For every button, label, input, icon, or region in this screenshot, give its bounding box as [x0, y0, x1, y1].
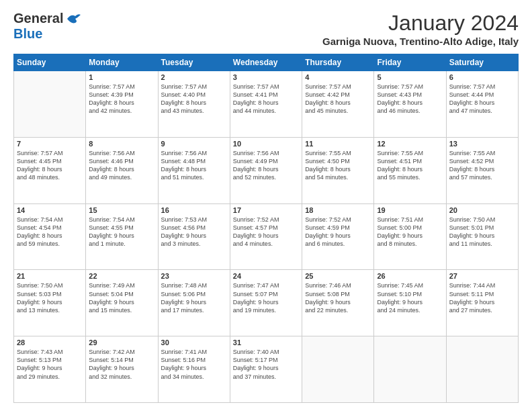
- calendar-cell: 5Sunrise: 7:57 AMSunset: 4:43 PMDaylight…: [374, 71, 446, 138]
- calendar-cell: 14Sunrise: 7:54 AMSunset: 4:54 PMDayligh…: [14, 203, 86, 270]
- calendar-cell: 11Sunrise: 7:55 AMSunset: 4:50 PMDayligh…: [302, 137, 374, 203]
- calendar-cell: 16Sunrise: 7:53 AMSunset: 4:56 PMDayligh…: [158, 203, 230, 270]
- day-info: Sunrise: 7:57 AMSunset: 4:39 PMDaylight:…: [89, 83, 154, 116]
- calendar-week-row: 1Sunrise: 7:57 AMSunset: 4:39 PMDaylight…: [14, 71, 519, 138]
- calendar-cell: 1Sunrise: 7:57 AMSunset: 4:39 PMDaylight…: [86, 71, 158, 138]
- day-number: 19: [377, 206, 443, 214]
- title-block: January 2024 Garniga Nuova, Trentino-Alt…: [322, 11, 519, 47]
- day-info: Sunrise: 7:57 AMSunset: 4:40 PMDaylight:…: [161, 83, 227, 116]
- calendar-week-row: 21Sunrise: 7:50 AMSunset: 5:03 PMDayligh…: [14, 270, 519, 336]
- calendar-weekday-header: Wednesday: [230, 54, 302, 71]
- calendar-week-row: 7Sunrise: 7:57 AMSunset: 4:45 PMDaylight…: [14, 137, 519, 203]
- day-info: Sunrise: 7:47 AMSunset: 5:07 PMDaylight:…: [233, 281, 299, 314]
- logo: General Blue: [13, 11, 81, 42]
- day-info: Sunrise: 7:55 AMSunset: 4:50 PMDaylight:…: [305, 149, 371, 182]
- calendar-weekday-header: Friday: [374, 54, 446, 71]
- calendar-cell: 25Sunrise: 7:46 AMSunset: 5:08 PMDayligh…: [302, 270, 374, 336]
- day-number: 25: [305, 272, 371, 280]
- day-number: 12: [377, 140, 443, 148]
- day-number: 20: [449, 206, 515, 214]
- day-info: Sunrise: 7:56 AMSunset: 4:46 PMDaylight:…: [89, 149, 154, 182]
- day-info: Sunrise: 7:52 AMSunset: 4:57 PMDaylight:…: [233, 216, 299, 248]
- day-number: 31: [233, 338, 299, 347]
- logo-blue-text: Blue: [13, 26, 42, 41]
- calendar-cell: 28Sunrise: 7:43 AMSunset: 5:13 PMDayligh…: [14, 336, 86, 403]
- calendar-cell: 4Sunrise: 7:57 AMSunset: 4:42 PMDaylight…: [302, 71, 374, 138]
- calendar-cell: 29Sunrise: 7:42 AMSunset: 5:14 PMDayligh…: [86, 336, 158, 403]
- calendar-cell: 10Sunrise: 7:56 AMSunset: 4:49 PMDayligh…: [230, 137, 302, 203]
- calendar-weekday-header: Saturday: [446, 54, 518, 71]
- day-number: 1: [89, 73, 154, 81]
- day-info: Sunrise: 7:51 AMSunset: 5:00 PMDaylight:…: [377, 216, 443, 248]
- calendar-header-row: SundayMondayTuesdayWednesdayThursdayFrid…: [14, 54, 519, 71]
- day-number: 4: [305, 73, 371, 81]
- day-info: Sunrise: 7:41 AMSunset: 5:16 PMDaylight:…: [161, 348, 227, 381]
- calendar-cell: 24Sunrise: 7:47 AMSunset: 5:07 PMDayligh…: [230, 270, 302, 336]
- day-number: 15: [89, 206, 154, 214]
- day-number: 21: [17, 272, 83, 280]
- calendar-cell: 23Sunrise: 7:48 AMSunset: 5:06 PMDayligh…: [158, 270, 230, 336]
- calendar-cell: 2Sunrise: 7:57 AMSunset: 4:40 PMDaylight…: [158, 71, 230, 138]
- calendar-cell: [302, 336, 374, 403]
- day-info: Sunrise: 7:56 AMSunset: 4:49 PMDaylight:…: [233, 149, 299, 182]
- day-info: Sunrise: 7:53 AMSunset: 4:56 PMDaylight:…: [161, 216, 227, 248]
- calendar-cell: 7Sunrise: 7:57 AMSunset: 4:45 PMDaylight…: [14, 137, 86, 203]
- day-info: Sunrise: 7:50 AMSunset: 5:01 PMDaylight:…: [449, 216, 515, 248]
- day-info: Sunrise: 7:55 AMSunset: 4:51 PMDaylight:…: [377, 149, 443, 182]
- calendar-cell: 19Sunrise: 7:51 AMSunset: 5:00 PMDayligh…: [374, 203, 446, 270]
- page: General Blue January 2024 Garniga Nuova,…: [0, 0, 532, 411]
- day-info: Sunrise: 7:54 AMSunset: 4:55 PMDaylight:…: [89, 216, 154, 248]
- day-number: 9: [161, 140, 227, 148]
- calendar-cell: 31Sunrise: 7:40 AMSunset: 5:17 PMDayligh…: [230, 336, 302, 403]
- day-number: 17: [233, 206, 299, 214]
- day-number: 6: [449, 73, 515, 81]
- calendar-weekday-header: Tuesday: [158, 54, 230, 71]
- calendar-weekday-header: Thursday: [302, 54, 374, 71]
- day-info: Sunrise: 7:57 AMSunset: 4:41 PMDaylight:…: [233, 83, 299, 116]
- day-number: 24: [233, 272, 299, 280]
- day-number: 13: [449, 140, 515, 148]
- day-number: 29: [89, 338, 154, 347]
- day-number: 28: [17, 338, 83, 347]
- calendar-cell: [446, 336, 518, 403]
- day-info: Sunrise: 7:52 AMSunset: 4:59 PMDaylight:…: [305, 216, 371, 248]
- day-info: Sunrise: 7:49 AMSunset: 5:04 PMDaylight:…: [89, 281, 154, 314]
- day-info: Sunrise: 7:56 AMSunset: 4:48 PMDaylight:…: [161, 149, 227, 182]
- day-number: 22: [89, 272, 154, 280]
- day-number: 5: [377, 73, 443, 81]
- calendar-cell: 20Sunrise: 7:50 AMSunset: 5:01 PMDayligh…: [446, 203, 518, 270]
- calendar-cell: 21Sunrise: 7:50 AMSunset: 5:03 PMDayligh…: [14, 270, 86, 336]
- day-number: 23: [161, 272, 227, 280]
- calendar-cell: 12Sunrise: 7:55 AMSunset: 4:51 PMDayligh…: [374, 137, 446, 203]
- calendar-cell: 3Sunrise: 7:57 AMSunset: 4:41 PMDaylight…: [230, 71, 302, 138]
- day-info: Sunrise: 7:42 AMSunset: 5:14 PMDaylight:…: [89, 348, 154, 381]
- calendar-cell: 22Sunrise: 7:49 AMSunset: 5:04 PMDayligh…: [86, 270, 158, 336]
- calendar-cell: 18Sunrise: 7:52 AMSunset: 4:59 PMDayligh…: [302, 203, 374, 270]
- day-info: Sunrise: 7:45 AMSunset: 5:10 PMDaylight:…: [377, 281, 443, 314]
- calendar-cell: 6Sunrise: 7:57 AMSunset: 4:44 PMDaylight…: [446, 71, 518, 138]
- calendar-cell: 26Sunrise: 7:45 AMSunset: 5:10 PMDayligh…: [374, 270, 446, 336]
- calendar-cell: 17Sunrise: 7:52 AMSunset: 4:57 PMDayligh…: [230, 203, 302, 270]
- day-info: Sunrise: 7:54 AMSunset: 4:54 PMDaylight:…: [17, 216, 83, 248]
- header: General Blue January 2024 Garniga Nuova,…: [13, 11, 519, 47]
- day-info: Sunrise: 7:57 AMSunset: 4:44 PMDaylight:…: [449, 83, 515, 116]
- calendar-cell: 9Sunrise: 7:56 AMSunset: 4:48 PMDaylight…: [158, 137, 230, 203]
- day-info: Sunrise: 7:44 AMSunset: 5:11 PMDaylight:…: [449, 281, 515, 314]
- month-title: January 2024: [322, 11, 519, 36]
- calendar-weekday-header: Monday: [86, 54, 158, 71]
- day-number: 11: [305, 140, 371, 148]
- logo-general-text: General: [13, 11, 63, 26]
- calendar-cell: [374, 336, 446, 403]
- day-info: Sunrise: 7:55 AMSunset: 4:52 PMDaylight:…: [449, 149, 515, 182]
- day-info: Sunrise: 7:43 AMSunset: 5:13 PMDaylight:…: [17, 348, 83, 381]
- day-info: Sunrise: 7:57 AMSunset: 4:45 PMDaylight:…: [17, 149, 83, 182]
- calendar-week-row: 28Sunrise: 7:43 AMSunset: 5:13 PMDayligh…: [14, 336, 519, 403]
- location-title: Garniga Nuova, Trentino-Alto Adige, Ital…: [322, 36, 519, 47]
- calendar-cell: 13Sunrise: 7:55 AMSunset: 4:52 PMDayligh…: [446, 137, 518, 203]
- day-info: Sunrise: 7:50 AMSunset: 5:03 PMDaylight:…: [17, 281, 83, 314]
- day-number: 7: [17, 140, 83, 148]
- calendar-cell: [14, 71, 86, 138]
- day-info: Sunrise: 7:46 AMSunset: 5:08 PMDaylight:…: [305, 281, 371, 314]
- day-number: 10: [233, 140, 299, 148]
- day-number: 30: [161, 338, 227, 347]
